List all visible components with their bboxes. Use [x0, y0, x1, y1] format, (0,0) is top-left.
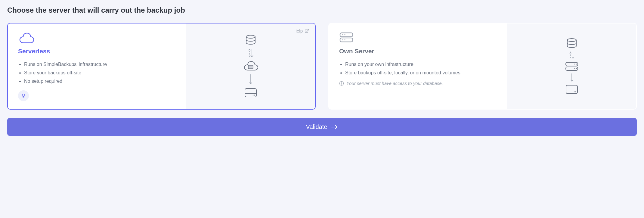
svg-point-12 — [344, 39, 345, 40]
svg-point-16 — [567, 39, 576, 42]
svg-rect-7 — [340, 33, 353, 37]
server-options-row: Serverless Runs on SimpleBackups' infras… — [7, 23, 637, 110]
svg-point-22 — [576, 68, 577, 69]
serverless-diagram-panel: Help — [186, 23, 315, 109]
info-icon — [339, 81, 344, 86]
svg-rect-8 — [340, 38, 353, 42]
svg-rect-23 — [566, 85, 577, 94]
svg-point-9 — [342, 34, 343, 35]
cloud-server-icon — [242, 61, 259, 73]
serverless-title: Serverless — [18, 48, 177, 55]
svg-point-11 — [342, 39, 343, 40]
own-server-note: Your server must have access to your dat… — [339, 81, 498, 86]
bidirectional-arrow-icon — [247, 47, 254, 59]
database-icon — [566, 38, 578, 49]
own-server-feature-item: Store backups off-site, locally, or on m… — [345, 69, 498, 77]
server-icon — [339, 32, 498, 45]
server-stack-icon — [565, 61, 579, 72]
serverless-feature-item: No setup required — [24, 77, 177, 86]
external-link-icon — [305, 29, 309, 33]
svg-point-25 — [574, 92, 574, 92]
own-server-features-list: Runs on your own infrastructure Store ba… — [339, 60, 498, 77]
help-link[interactable]: Help — [293, 28, 309, 33]
down-arrow-icon — [570, 73, 574, 83]
storage-icon — [244, 88, 257, 98]
serverless-diagram — [242, 35, 259, 98]
down-arrow-icon — [249, 74, 252, 86]
own-server-diagram-panel — [507, 23, 636, 109]
validate-button[interactable]: Validate — [7, 118, 637, 136]
validate-button-label: Validate — [306, 123, 327, 130]
bidirectional-arrow-icon — [568, 50, 575, 60]
svg-rect-1 — [248, 65, 253, 67]
database-icon — [245, 35, 257, 45]
own-server-diagram — [565, 38, 579, 95]
cloud-icon — [18, 32, 177, 45]
lightbulb-icon — [21, 93, 26, 98]
svg-point-20 — [576, 64, 577, 65]
svg-rect-2 — [248, 67, 253, 69]
help-link-label: Help — [293, 28, 303, 33]
serverless-option-card[interactable]: Serverless Runs on SimpleBackups' infras… — [7, 23, 316, 110]
serverless-feature-item: Runs on SimpleBackups' infrastructure — [24, 60, 177, 69]
hint-badge[interactable] — [18, 90, 29, 101]
arrow-right-icon — [331, 125, 338, 129]
own-server-title: Own Server — [339, 48, 498, 55]
svg-point-19 — [574, 64, 575, 65]
serverless-card-content: Serverless Runs on SimpleBackups' infras… — [8, 23, 186, 109]
svg-point-26 — [575, 92, 576, 92]
own-server-feature-item: Runs on your own infrastructure — [345, 60, 498, 69]
page-title: Choose the server that will carry out th… — [7, 6, 637, 14]
svg-point-15 — [341, 82, 342, 83]
own-server-note-text: Your server must have access to your dat… — [346, 81, 443, 86]
svg-rect-3 — [245, 89, 256, 97]
svg-point-10 — [344, 34, 345, 35]
svg-point-0 — [246, 35, 255, 38]
svg-point-6 — [254, 95, 255, 96]
storage-icon — [565, 84, 578, 95]
svg-point-21 — [574, 68, 575, 69]
svg-point-5 — [252, 95, 253, 96]
own-server-card-content: Own Server Runs on your own infrastructu… — [329, 23, 507, 109]
own-server-option-card[interactable]: Own Server Runs on your own infrastructu… — [328, 23, 637, 110]
serverless-feature-item: Store your backups off-site — [24, 69, 177, 77]
serverless-features-list: Runs on SimpleBackups' infrastructure St… — [18, 60, 177, 86]
